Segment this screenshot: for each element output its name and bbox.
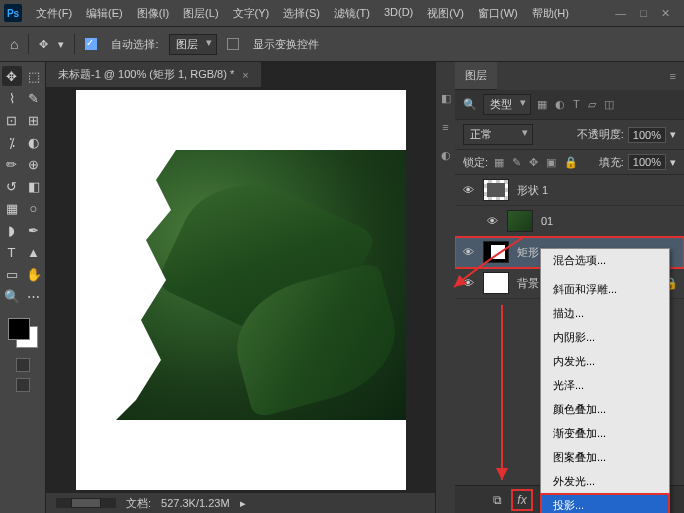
quick-select-tool[interactable]: ✎ [24, 88, 44, 108]
caret-icon[interactable]: ▾ [670, 128, 676, 141]
auto-select-label: 自动选择: [111, 37, 158, 52]
menu-view[interactable]: 视图(V) [421, 3, 470, 24]
close-button[interactable]: ✕ [661, 7, 670, 20]
lock-pixels-icon[interactable]: ✎ [512, 156, 521, 169]
move-tool-icon[interactable]: ✥ [39, 38, 48, 51]
screen-mode-icon[interactable] [16, 378, 30, 392]
fill-value[interactable]: 100% [628, 154, 666, 170]
show-transform-checkbox[interactable] [227, 38, 239, 50]
fx-bevel[interactable]: 斜面和浮雕... [541, 278, 669, 302]
filter-smart-icon[interactable]: ◫ [604, 98, 614, 111]
menu-file[interactable]: 文件(F) [30, 3, 78, 24]
filter-type-dropdown[interactable]: 类型 [483, 94, 531, 115]
zoom-tool[interactable]: 🔍 [2, 286, 22, 306]
patch-tool[interactable]: ◐ [24, 132, 44, 152]
menu-type[interactable]: 文字(Y) [227, 3, 276, 24]
frame-tool[interactable]: ⊞ [24, 110, 44, 130]
menu-help[interactable]: 帮助(H) [526, 3, 575, 24]
menu-image[interactable]: 图像(I) [131, 3, 175, 24]
dodge-tool[interactable]: ◗ [2, 220, 22, 240]
caret-icon[interactable]: ▾ [670, 156, 676, 169]
filter-shape-icon[interactable]: ▱ [588, 98, 596, 111]
blur-tool[interactable]: ○ [24, 198, 44, 218]
history-brush-tool[interactable]: ↺ [2, 176, 22, 196]
home-icon[interactable]: ⌂ [10, 36, 18, 52]
fx-satin[interactable]: 光泽... [541, 374, 669, 398]
collapsed-panels: ◧ ≡ ◐ [435, 62, 455, 513]
lock-trans-icon[interactable]: ▦ [494, 156, 504, 169]
caret-icon[interactable]: ▾ [58, 38, 64, 51]
fx-outer-glow[interactable]: 外发光... [541, 470, 669, 494]
layer-thumb[interactable] [483, 272, 509, 294]
auto-select-checkbox[interactable] [85, 38, 97, 50]
lasso-tool[interactable]: ⌇ [2, 88, 22, 108]
layer-name[interactable]: 01 [541, 215, 553, 227]
layers-tab[interactable]: 图层 [455, 62, 497, 90]
layer-name[interactable]: 背景 [517, 276, 539, 291]
fx-gradient-overlay[interactable]: 渐变叠加... [541, 422, 669, 446]
layer-thumb[interactable] [507, 210, 533, 232]
layer-name[interactable]: 形状 1 [517, 183, 548, 198]
path-select-tool[interactable]: ▲ [24, 242, 44, 262]
canvas[interactable] [76, 90, 406, 490]
lock-all-icon[interactable]: 🔒 [564, 156, 578, 169]
fx-blend-options[interactable]: 混合选项... [541, 249, 669, 273]
collapsed-panel-icon[interactable]: ≡ [442, 121, 448, 133]
filter-type-icon[interactable]: T [573, 98, 580, 111]
menu-edit[interactable]: 编辑(E) [80, 3, 129, 24]
menu-filter[interactable]: 滤镜(T) [328, 3, 376, 24]
filter-adjust-icon[interactable]: ◐ [555, 98, 565, 111]
menu-3d[interactable]: 3D(D) [378, 3, 419, 24]
crop-tool[interactable]: ⊡ [2, 110, 22, 130]
layer-thumb[interactable] [483, 179, 509, 201]
menu-select[interactable]: 选择(S) [277, 3, 326, 24]
brush-tool[interactable]: ✏ [2, 154, 22, 174]
collapsed-panel-icon[interactable]: ◧ [441, 92, 451, 105]
pen-tool[interactable]: ✒ [24, 220, 44, 240]
shape-tool[interactable]: ▭ [2, 264, 22, 284]
lock-artboard-icon[interactable]: ▣ [546, 156, 556, 169]
clone-tool[interactable]: ⊕ [24, 154, 44, 174]
layer-row[interactable]: 👁 01 [455, 206, 684, 237]
quick-mask-icon[interactable] [16, 358, 30, 372]
fx-pattern-overlay[interactable]: 图案叠加... [541, 446, 669, 470]
color-swatches[interactable] [2, 316, 44, 352]
layer-fx-button[interactable]: fx [514, 492, 529, 508]
foreground-color[interactable] [8, 318, 30, 340]
blend-mode-dropdown[interactable]: 正常 [463, 124, 533, 145]
fx-inner-shadow[interactable]: 内阴影... [541, 326, 669, 350]
layer-thumb[interactable] [483, 241, 509, 263]
type-tool[interactable]: T [2, 242, 22, 262]
menu-layer[interactable]: 图层(L) [177, 3, 224, 24]
tab-close-icon[interactable]: × [242, 69, 248, 81]
link-layers-icon[interactable]: ⧉ [493, 493, 502, 507]
fx-color-overlay[interactable]: 颜色叠加... [541, 398, 669, 422]
hand-tool[interactable]: ✋ [24, 264, 44, 284]
gradient-tool[interactable]: ▦ [2, 198, 22, 218]
fx-stroke[interactable]: 描边... [541, 302, 669, 326]
fx-inner-glow[interactable]: 内发光... [541, 350, 669, 374]
status-arrow-icon[interactable]: ▸ [240, 497, 246, 510]
minimize-button[interactable]: — [615, 7, 626, 20]
edit-toolbar[interactable]: ⋯ [24, 286, 44, 306]
marquee-tool[interactable]: ⬚ [24, 66, 44, 86]
target-dropdown[interactable]: 图层 [169, 34, 217, 55]
visibility-icon[interactable]: 👁 [461, 277, 475, 289]
maximize-button[interactable]: □ [640, 7, 647, 20]
document-tab[interactable]: 未标题-1 @ 100% (矩形 1, RGB/8) * × [46, 62, 261, 87]
filter-pixel-icon[interactable]: ▦ [537, 98, 547, 111]
fx-drop-shadow[interactable]: 投影... [541, 494, 669, 513]
eyedropper-tool[interactable]: ⁒ [2, 132, 22, 152]
visibility-icon[interactable]: 👁 [461, 184, 475, 196]
layer-row[interactable]: 👁 形状 1 [455, 175, 684, 206]
menu-window[interactable]: 窗口(W) [472, 3, 524, 24]
panel-menu-icon[interactable]: ≡ [662, 70, 684, 82]
eraser-tool[interactable]: ◧ [24, 176, 44, 196]
opacity-value[interactable]: 100% [628, 127, 666, 143]
scrollbar[interactable] [56, 498, 116, 508]
move-tool[interactable]: ✥ [2, 66, 22, 86]
visibility-icon[interactable]: 👁 [485, 215, 499, 227]
visibility-icon[interactable]: 👁 [461, 246, 475, 258]
lock-pos-icon[interactable]: ✥ [529, 156, 538, 169]
collapsed-panel-icon[interactable]: ◐ [441, 149, 451, 162]
